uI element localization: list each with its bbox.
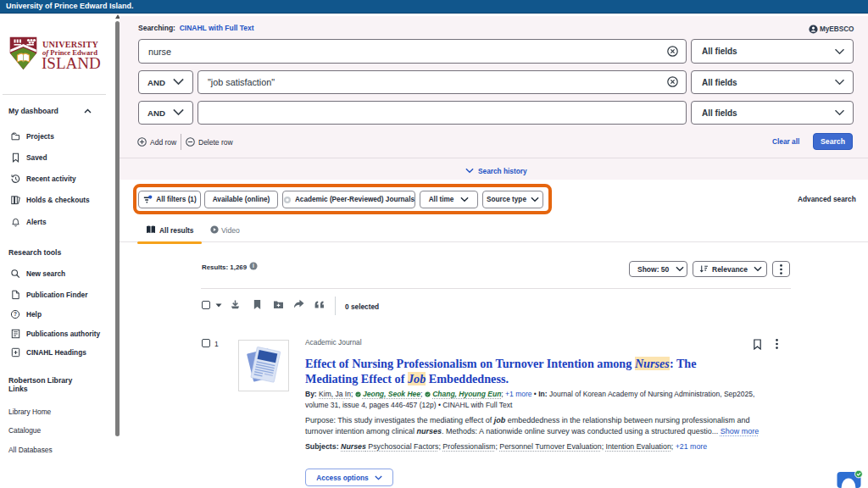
svg-text:?: ? [14, 311, 17, 317]
svg-text:i: i [253, 263, 254, 269]
svg-text:ISLAND: ISLAND [42, 54, 101, 71]
